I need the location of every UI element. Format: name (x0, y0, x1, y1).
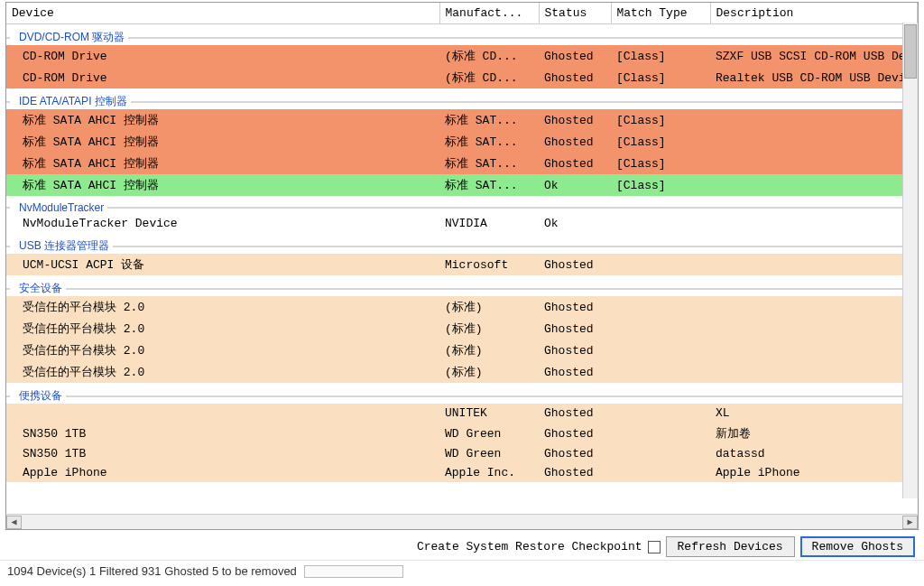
cell-manufacturer: Microsoft (439, 254, 539, 275)
cell-device: CD-ROM Drive (6, 45, 439, 67)
cell-manufacturer: 标准 SAT... (439, 109, 539, 131)
device-table-scroll[interactable]: Device Manufact... Status Match Type Des… (6, 3, 918, 514)
cell-manufacturer: WD Green (439, 423, 539, 444)
device-table-container: Device Manufact... Status Match Type Des… (5, 2, 919, 530)
col-header-manufacturer[interactable]: Manufact... (439, 3, 539, 24)
remove-ghosts-button[interactable]: Remove Ghosts (800, 536, 915, 557)
cell-match-type (611, 463, 710, 482)
table-row[interactable]: SN350 1TBWD GreenGhosted新加卷 (6, 423, 918, 444)
cell-description (710, 318, 918, 340)
table-header-row: Device Manufact... Status Match Type Des… (6, 3, 918, 24)
cell-description (710, 340, 918, 361)
cell-match-type (611, 404, 710, 423)
category-row[interactable]: NvModuleTracker (6, 196, 918, 214)
vertical-scrollbar[interactable] (902, 23, 918, 498)
cell-manufacturer: (标准 CD... (439, 67, 539, 88)
cell-status: Ghosted (539, 444, 611, 463)
category-divider (6, 37, 918, 39)
col-header-description[interactable]: Description (710, 3, 918, 24)
col-header-device[interactable]: Device (6, 3, 439, 24)
cell-description: SZXF USB SCSI CD-ROM USB Dev (710, 45, 918, 67)
cell-match-type (611, 254, 710, 275)
cell-manufacturer: 标准 SAT... (439, 153, 539, 174)
cell-device: CD-ROM Drive (6, 67, 439, 88)
cell-match-type: [Class] (611, 109, 710, 131)
table-row[interactable]: SN350 1TBWD GreenGhosteddatassd (6, 444, 918, 463)
refresh-devices-button[interactable]: Refresh Devices (666, 536, 795, 557)
category-divider (6, 101, 918, 103)
category-row[interactable]: 安全设备 (6, 275, 918, 296)
scroll-right-arrow-icon[interactable]: ▶ (902, 516, 918, 529)
cell-status: Ghosted (539, 296, 611, 318)
table-row[interactable]: CD-ROM Drive(标准 CD...Ghosted[Class]Realt… (6, 67, 918, 88)
category-label: NvModuleTracker (10, 201, 107, 214)
category-row[interactable]: DVD/CD-ROM 驱动器 (6, 24, 918, 46)
cell-match-type: [Class] (611, 131, 710, 153)
cell-description: Apple iPhone (710, 463, 918, 482)
category-row[interactable]: USB 连接器管理器 (6, 233, 918, 254)
status-progress-bar (304, 565, 403, 578)
status-bar-text: 1094 Device(s) 1 Filtered 931 Ghosted 5 … (7, 564, 297, 578)
horizontal-scrollbar[interactable]: ◀ ▶ (6, 514, 918, 529)
cell-device: 标准 SATA AHCI 控制器 (6, 109, 439, 131)
cell-description (710, 361, 918, 383)
cell-status: Ghosted (539, 109, 611, 131)
cell-match-type: [Class] (611, 174, 710, 196)
category-divider (6, 395, 918, 397)
cell-description: 新加卷 (710, 423, 918, 444)
cell-manufacturer: (标准) (439, 296, 539, 318)
cell-device: 标准 SATA AHCI 控制器 (6, 174, 439, 196)
vertical-scrollbar-thumb[interactable] (904, 24, 917, 79)
table-row[interactable]: 受信任的平台模块 2.0(标准)Ghosted (6, 361, 918, 383)
col-header-status[interactable]: Status (539, 3, 611, 24)
category-label: 安全设备 (10, 282, 66, 294)
cell-device: 受信任的平台模块 2.0 (6, 318, 439, 340)
cell-description (710, 109, 918, 131)
cell-device: 受信任的平台模块 2.0 (6, 296, 439, 318)
cell-description: datassd (710, 444, 918, 463)
table-row[interactable]: 标准 SATA AHCI 控制器标准 SAT...Ghosted[Class] (6, 109, 918, 131)
table-row[interactable]: 受信任的平台模块 2.0(标准)Ghosted (6, 318, 918, 340)
cell-match-type (611, 296, 710, 318)
cell-match-type (611, 444, 710, 463)
cell-description (710, 131, 918, 153)
table-row[interactable]: 标准 SATA AHCI 控制器标准 SAT...Ghosted[Class] (6, 131, 918, 153)
category-label: DVD/CD-ROM 驱动器 (10, 31, 128, 43)
table-row[interactable]: NvModuleTracker DeviceNVIDIAOk (6, 214, 918, 233)
horizontal-scrollbar-track[interactable] (22, 516, 902, 529)
cell-status: Ghosted (539, 131, 611, 153)
restore-checkpoint-label: Create System Restore Checkpoint (417, 540, 642, 553)
table-row[interactable]: CD-ROM Drive(标准 CD...Ghosted[Class]SZXF … (6, 45, 918, 67)
category-row[interactable]: IDE ATA/ATAPI 控制器 (6, 88, 918, 109)
cell-match-type (611, 361, 710, 383)
cell-device: 受信任的平台模块 2.0 (6, 361, 439, 383)
cell-manufacturer: (标准) (439, 361, 539, 383)
cell-description (710, 214, 918, 233)
table-row[interactable]: 标准 SATA AHCI 控制器标准 SAT...Ghosted[Class] (6, 153, 918, 174)
cell-manufacturer: 标准 SAT... (439, 131, 539, 153)
cell-description (710, 174, 918, 196)
cell-device: 受信任的平台模块 2.0 (6, 340, 439, 361)
cell-status: Ghosted (539, 463, 611, 482)
cell-device: SN350 1TB (6, 444, 439, 463)
table-row[interactable]: 受信任的平台模块 2.0(标准)Ghosted (6, 296, 918, 318)
cell-status: Ghosted (539, 361, 611, 383)
cell-status: Ghosted (539, 318, 611, 340)
cell-status: Ghosted (539, 67, 611, 88)
table-row[interactable]: 受信任的平台模块 2.0(标准)Ghosted (6, 340, 918, 361)
cell-device: 标准 SATA AHCI 控制器 (6, 153, 439, 174)
table-row[interactable]: UNITEKGhostedXL (6, 404, 918, 423)
restore-checkpoint-checkbox[interactable] (648, 541, 661, 553)
table-row[interactable]: Apple iPhoneApple Inc.GhostedApple iPhon… (6, 463, 918, 482)
category-divider (6, 207, 918, 209)
scroll-left-arrow-icon[interactable]: ◀ (6, 516, 22, 529)
table-row[interactable]: 标准 SATA AHCI 控制器标准 SAT...Ok[Class] (6, 174, 918, 196)
category-row[interactable]: 便携设备 (6, 383, 918, 404)
table-row[interactable]: UCM-UCSI ACPI 设备MicrosoftGhosted (6, 254, 918, 275)
col-header-match-type[interactable]: Match Type (611, 3, 710, 24)
category-label: USB 连接器管理器 (10, 239, 113, 252)
cell-status: Ghosted (539, 340, 611, 361)
bottom-toolbar: Create System Restore Checkpoint Refresh… (0, 534, 924, 560)
cell-status: Ghosted (539, 404, 611, 423)
status-bar: 1094 Device(s) 1 Filtered 931 Ghosted 5 … (0, 560, 924, 581)
